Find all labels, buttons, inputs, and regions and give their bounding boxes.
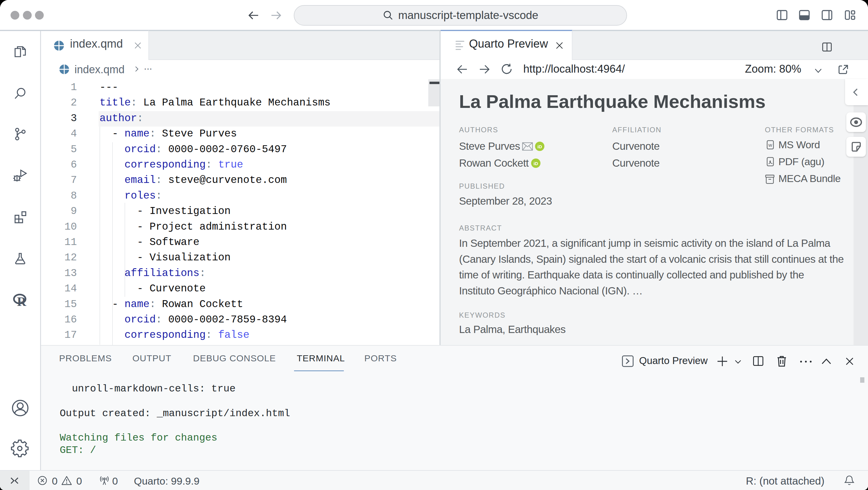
svg-text:iD: iD — [533, 161, 538, 166]
svg-text:R: R — [17, 295, 26, 307]
svg-text:iD: iD — [537, 144, 542, 149]
svg-text:w: w — [768, 142, 772, 148]
